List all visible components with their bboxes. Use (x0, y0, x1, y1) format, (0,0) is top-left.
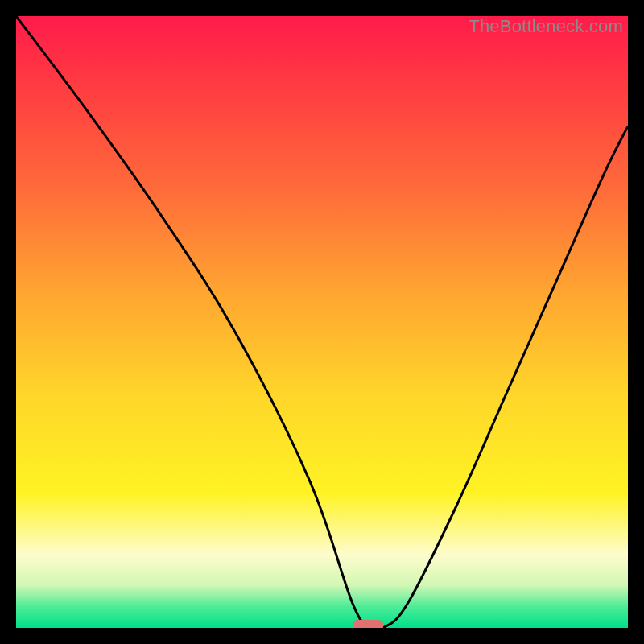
optimal-range-marker (353, 620, 383, 628)
bottleneck-chart (16, 16, 628, 628)
gradient-background (16, 16, 628, 628)
chart-frame: TheBottleneck.com (16, 16, 628, 628)
watermark-text: TheBottleneck.com (469, 16, 623, 37)
